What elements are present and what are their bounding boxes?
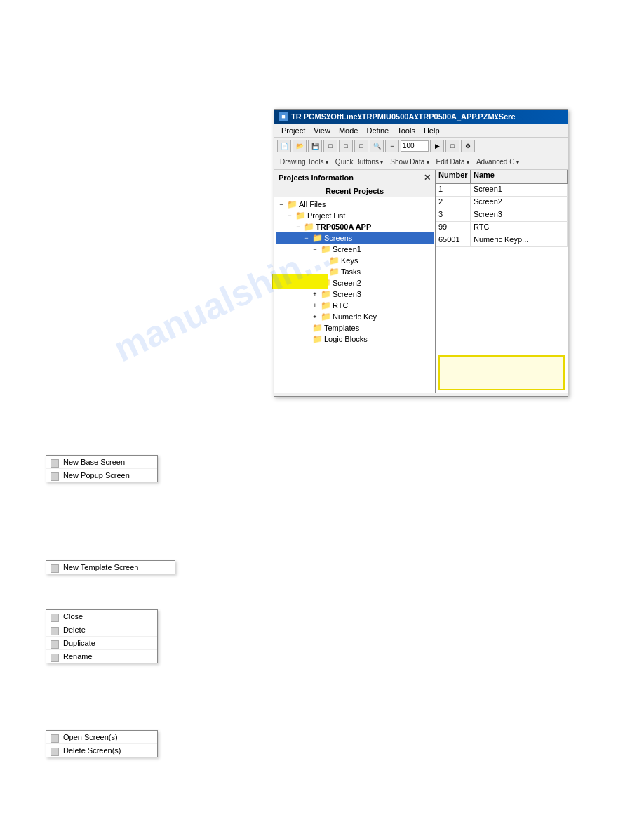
toggle-keys[interactable]	[319, 257, 328, 264]
menu-bar: Project View Mode Define Tools Help	[274, 124, 568, 138]
projects-header: Projects Information ✕	[274, 170, 435, 185]
tree-item-all-files[interactable]: − 📁 All Files	[276, 199, 434, 210]
menu-mode[interactable]: Mode	[335, 126, 363, 135]
btn8[interactable]: ▶	[430, 140, 444, 152]
btn9[interactable]: □	[445, 140, 459, 152]
td-number-4: 99	[436, 222, 471, 234]
toggle-screen1[interactable]: −	[311, 246, 319, 253]
advanced-menu[interactable]: Advanced C	[474, 158, 522, 166]
folder-icon-project-list: 📁	[295, 211, 306, 220]
folder-icon-rtc: 📁	[321, 300, 331, 310]
toggle-templates[interactable]	[302, 324, 311, 331]
label-screen3: Screen3	[333, 290, 361, 298]
td-number-5: 65001	[436, 234, 471, 246]
new-popup-screen-item[interactable]: New Popup Screen	[46, 469, 157, 482]
new-base-screen-item[interactable]: New Base Screen	[46, 456, 157, 469]
show-data-menu[interactable]: Show Data	[387, 158, 431, 166]
menu-define[interactable]: Define	[362, 126, 393, 135]
tree-item-keys[interactable]: 📁 Keys	[276, 255, 434, 266]
label-logicblocks: Logic Blocks	[324, 335, 368, 343]
toggle-rtc[interactable]: +	[311, 302, 319, 309]
folder-icon-trp0500a: 📁	[304, 222, 314, 232]
toggle-screens[interactable]: −	[302, 234, 311, 241]
label-screen2: Screen2	[333, 279, 361, 287]
label-keys: Keys	[341, 256, 358, 265]
tree-item-trp0500a[interactable]: − 📁 TRP0500A APP	[276, 221, 434, 232]
folder-icon-tasks: 📁	[329, 267, 340, 277]
td-name-1: Screen1	[471, 184, 568, 196]
rename-item[interactable]: Rename	[46, 650, 157, 663]
folder-icon-logicblocks: 📁	[312, 334, 323, 344]
open-screens-item[interactable]: Open Screen(s)	[46, 731, 157, 744]
tree-item-project-list[interactable]: − 📁 Project List	[276, 210, 434, 221]
tree-item-screen3[interactable]: + 📁 Screen3	[276, 289, 434, 300]
delete-item[interactable]: Delete	[46, 623, 157, 637]
th-name: Name	[471, 170, 568, 183]
btn4[interactable]: □	[323, 140, 337, 152]
tree-item-numkey[interactable]: + 📁 Numeric Key	[276, 311, 434, 322]
th-number: Number	[436, 170, 471, 183]
drawing-tools-menu[interactable]: Drawing Tools	[277, 158, 331, 166]
screens-menu-box: New Base Screen New Popup Screen	[46, 455, 158, 482]
tree-item-templates[interactable]: 📁 Templates	[276, 322, 434, 333]
yellow-input-area[interactable]	[438, 355, 565, 390]
delete-screens-item[interactable]: Delete Screen(s)	[46, 744, 157, 757]
toolbar-row-2: Drawing Tools Quick Buttons Show Data Ed…	[274, 154, 568, 170]
zoom-input[interactable]: 100	[401, 140, 429, 152]
tree-area[interactable]: − 📁 All Files − 📁 Project List − 📁 TRP05…	[274, 197, 435, 393]
title-bar: ■ TR PGMS¥OffLine¥TRPMIU0500A¥TRP0500A_A…	[274, 110, 568, 124]
duplicate-item[interactable]: Duplicate	[46, 637, 157, 650]
toolbar-row-1: 📄 📂 💾 □ □ □ 🔍 − 100 ▶ □ ⚙	[274, 138, 568, 154]
open-btn[interactable]: 📂	[293, 140, 307, 152]
btn7[interactable]: 🔍	[370, 140, 384, 152]
toggle-logicblocks[interactable]	[302, 336, 311, 343]
toggle-project-list[interactable]: −	[286, 212, 294, 219]
template-menu-box: New Template Screen	[46, 560, 175, 574]
toggle-numkey[interactable]: +	[311, 313, 319, 320]
td-name-2: Screen2	[471, 197, 568, 208]
projects-panel-close[interactable]: ✕	[424, 173, 431, 183]
edit-data-menu[interactable]: Edit Data	[434, 158, 472, 166]
menu-view[interactable]: View	[309, 126, 335, 135]
label-rtc: RTC	[333, 301, 348, 310]
label-screens: Screens	[324, 234, 352, 242]
toggle-trp0500a[interactable]: −	[294, 223, 302, 230]
menu-help[interactable]: Help	[420, 126, 444, 135]
close-item[interactable]: Close	[46, 610, 157, 623]
quick-buttons-menu[interactable]: Quick Buttons	[333, 158, 387, 166]
screens-context-menu: New Base Screen New Popup Screen	[46, 455, 158, 482]
table-body: 1 Screen1 2 Screen2 3 Screen3 99 RTC 650…	[436, 184, 568, 352]
tree-item-rtc[interactable]: + 📁 RTC	[276, 300, 434, 311]
app-icon: ■	[279, 112, 288, 121]
toggle-screen3[interactable]: +	[311, 291, 319, 298]
new-template-screen-item[interactable]: New Template Screen	[46, 561, 175, 574]
tree-item-screen1[interactable]: − 📁 Screen1	[276, 244, 434, 255]
tree-item-screens[interactable]: − 📁 Screens	[276, 232, 434, 244]
folder-icon-screen1: 📁	[321, 244, 331, 254]
table-row-5[interactable]: 65001 Numeric Keyp...	[436, 234, 568, 247]
label-templates: Templates	[324, 324, 359, 332]
td-name-3: Screen3	[471, 209, 568, 221]
new-btn[interactable]: 📄	[277, 140, 291, 152]
td-number-1: 1	[436, 184, 471, 196]
btn10[interactable]: ⚙	[461, 140, 475, 152]
label-project-list: Project List	[307, 211, 345, 220]
menu-project[interactable]: Project	[277, 126, 309, 135]
recent-projects-title: Recent Projects	[274, 185, 435, 197]
save-btn[interactable]: 💾	[308, 140, 322, 152]
screens-bottom-menu-box: Open Screen(s) Delete Screen(s)	[46, 730, 158, 757]
toggle-all-files[interactable]: −	[277, 201, 286, 208]
tree-item-logicblocks[interactable]: 📁 Logic Blocks	[276, 333, 434, 345]
table-row-4[interactable]: 99 RTC	[436, 222, 568, 234]
label-all-files: All Files	[299, 200, 326, 208]
btn6[interactable]: □	[354, 140, 368, 152]
td-number-3: 3	[436, 209, 471, 221]
table-row-3[interactable]: 3 Screen3	[436, 209, 568, 222]
table-row-1[interactable]: 1 Screen1	[436, 184, 568, 197]
right-panel: Number Name 1 Screen1 2 Screen2 3 Screen…	[436, 170, 568, 393]
zoom-out-btn[interactable]: −	[385, 140, 399, 152]
projects-panel-title: Projects Information	[279, 173, 354, 182]
btn5[interactable]: □	[339, 140, 353, 152]
menu-tools[interactable]: Tools	[393, 126, 420, 135]
table-row-2[interactable]: 2 Screen2	[436, 197, 568, 209]
